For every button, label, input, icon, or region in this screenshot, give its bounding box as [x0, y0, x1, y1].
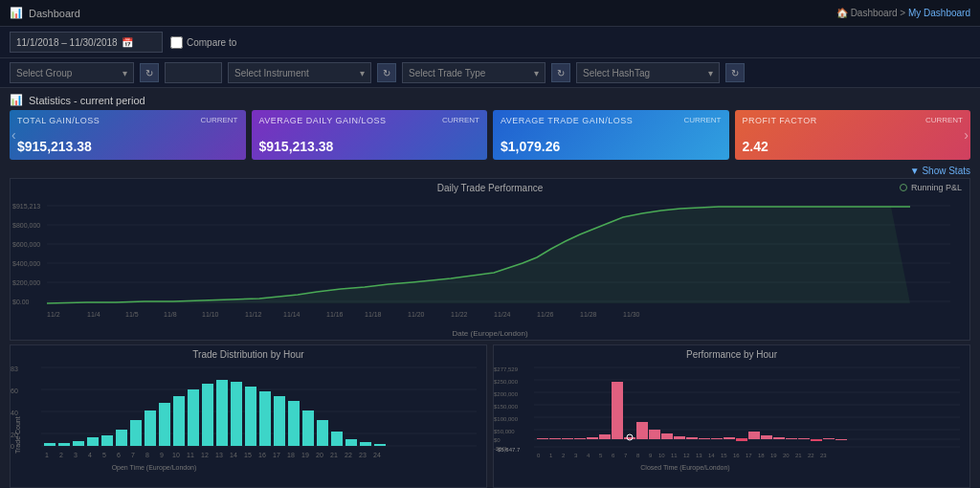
svg-rect-45 — [145, 410, 156, 446]
svg-text:5: 5 — [102, 452, 106, 458]
svg-text:13: 13 — [215, 452, 223, 458]
svg-text:Closed Time (Europe/London): Closed Time (Europe/London) — [640, 464, 729, 472]
svg-text:$200,000: $200,000 — [494, 391, 519, 397]
svg-text:17: 17 — [746, 453, 752, 458]
svg-text:6: 6 — [612, 453, 615, 458]
svg-rect-111 — [624, 437, 635, 439]
svg-text:3: 3 — [74, 452, 78, 458]
svg-rect-108 — [587, 437, 598, 439]
running-pnl-legend-dot — [900, 184, 907, 191]
main-chart-svg: $915,213 $800,000 $600,000 $400,000 $200… — [11, 196, 969, 321]
svg-text:11/18: 11/18 — [365, 311, 382, 318]
dashboard-icon: 📊 — [10, 7, 23, 19]
group-refresh-button[interactable]: ↻ — [140, 63, 159, 82]
svg-text:9: 9 — [160, 452, 164, 458]
svg-rect-61 — [374, 444, 386, 446]
svg-text:11/5: 11/5 — [125, 311, 139, 318]
svg-text:15: 15 — [244, 452, 252, 458]
instrument-filter[interactable]: Select Instrument ▾ — [228, 62, 371, 83]
svg-text:12: 12 — [683, 453, 690, 458]
svg-rect-112 — [636, 422, 648, 439]
svg-rect-110 — [612, 382, 623, 439]
svg-text:5: 5 — [599, 453, 603, 458]
svg-text:$50,000: $50,000 — [494, 429, 515, 434]
svg-text:$0.00: $0.00 — [12, 299, 30, 305]
svg-text:10: 10 — [658, 453, 665, 458]
kpi-profit-factor-current: CURRENT — [925, 116, 963, 124]
svg-text:21: 21 — [795, 453, 802, 458]
date-range-picker[interactable]: 11/1/2018 – 11/30/2018 📅 — [10, 32, 163, 53]
group-filter[interactable]: Select Group ▾ — [10, 62, 134, 83]
svg-rect-54 — [274, 396, 285, 446]
hashtag-filter[interactable]: Select HashTag ▾ — [576, 62, 720, 83]
svg-text:2: 2 — [562, 453, 566, 458]
svg-text:40: 40 — [11, 410, 18, 416]
svg-text:22: 22 — [808, 453, 814, 458]
svg-text:21: 21 — [330, 452, 338, 458]
svg-text:6: 6 — [117, 452, 121, 458]
toolbar: 11/1/2018 – 11/30/2018 📅 Compare to — [0, 27, 980, 58]
hashtag-refresh-button[interactable]: ↻ — [725, 63, 745, 82]
kpi-card-avg-daily: AVERAGE DAILY GAIN/LOSS CURRENT $915,213… — [252, 110, 488, 160]
svg-text:$600,000: $600,000 — [12, 241, 40, 248]
svg-text:4: 4 — [88, 452, 92, 458]
svg-text:$800,000: $800,000 — [12, 222, 40, 229]
svg-rect-57 — [317, 420, 328, 446]
svg-text:11/4: 11/4 — [87, 311, 100, 318]
svg-rect-41 — [87, 437, 99, 446]
trade-type-refresh-button[interactable]: ↻ — [551, 63, 570, 82]
kpi-card-prev-button[interactable]: ‹ — [11, 127, 16, 143]
svg-rect-50 — [216, 380, 228, 446]
kpi-avg-daily-value: $915,213.38 — [259, 139, 480, 154]
group-search-input[interactable] — [165, 62, 222, 83]
svg-text:16: 16 — [733, 453, 740, 458]
running-pnl-legend-label: Running P&L — [911, 183, 962, 192]
svg-text:$150,000: $150,000 — [494, 404, 519, 410]
svg-rect-123 — [761, 435, 772, 439]
svg-text:$400,000: $400,000 — [12, 260, 40, 267]
trade-type-filter-chevron: ▾ — [534, 68, 539, 78]
svg-rect-60 — [360, 442, 371, 446]
svg-rect-115 — [674, 436, 685, 439]
kpi-total-gain-current: CURRENT — [200, 116, 237, 124]
header: 📊 Dashboard 🏠 Dashboard > My Dashboard — [0, 0, 980, 27]
compare-check[interactable] — [170, 36, 183, 49]
trade-dist-svg: 83 60 40 20 0 — [11, 363, 486, 473]
svg-rect-122 — [748, 432, 760, 439]
instrument-refresh-button[interactable]: ↻ — [377, 63, 396, 82]
main-chart-legend: Running P&L — [900, 183, 962, 192]
svg-rect-59 — [345, 439, 357, 446]
svg-rect-114 — [661, 433, 673, 439]
svg-text:-$5,647.7: -$5,647.7 — [496, 447, 521, 453]
svg-rect-40 — [73, 441, 84, 446]
compare-checkbox[interactable]: Compare to — [170, 36, 236, 49]
svg-rect-106 — [562, 438, 573, 439]
svg-rect-125 — [786, 438, 797, 439]
perf-hour-title: Performance by Hour — [494, 345, 969, 362]
svg-rect-52 — [245, 387, 256, 446]
show-stats-link[interactable]: ▼ Show Stats — [0, 164, 980, 178]
trade-type-filter[interactable]: Select Trade Type ▾ — [402, 62, 546, 83]
svg-rect-120 — [736, 438, 747, 441]
svg-text:20: 20 — [316, 452, 323, 458]
svg-rect-56 — [302, 410, 314, 446]
kpi-card-next-button[interactable]: › — [964, 127, 969, 143]
bottom-charts-row: Trade Distribution by Hour 83 60 40 20 0 — [0, 341, 980, 488]
svg-rect-124 — [773, 437, 785, 439]
date-range-value: 11/1/2018 – 11/30/2018 — [16, 37, 118, 48]
svg-text:19: 19 — [770, 453, 777, 458]
svg-rect-46 — [159, 403, 170, 446]
svg-rect-128 — [823, 438, 835, 439]
svg-rect-43 — [116, 430, 127, 446]
svg-text:11/22: 11/22 — [451, 311, 468, 318]
breadcrumb-link[interactable]: My Dashboard — [908, 8, 970, 18]
svg-rect-107 — [574, 438, 586, 439]
svg-rect-44 — [130, 420, 142, 446]
svg-text:$277,529: $277,529 — [494, 366, 519, 372]
kpi-profit-factor-value: 2.42 — [743, 139, 964, 154]
svg-text:$250,000: $250,000 — [494, 379, 519, 385]
svg-text:$915,213: $915,213 — [12, 203, 40, 210]
svg-text:11/26: 11/26 — [537, 311, 554, 318]
breadcrumb: 🏠 Dashboard > My Dashboard — [836, 8, 970, 18]
svg-text:10: 10 — [172, 452, 180, 458]
